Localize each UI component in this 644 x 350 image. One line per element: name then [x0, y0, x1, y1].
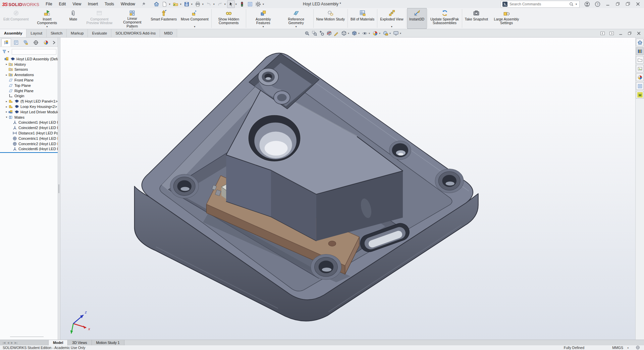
display-style-button[interactable] [351, 30, 358, 37]
tree-scrollbar[interactable] [10, 337, 44, 337]
close-button[interactable] [635, 1, 641, 7]
tree-item[interactable]: ▸History [0, 62, 58, 67]
tree-item[interactable]: Hoyt LED Assembly (Default [0, 56, 58, 62]
custom-properties-button[interactable] [636, 82, 644, 90]
cmd-instant3d[interactable]: Instant3D [407, 8, 427, 29]
appearances-button[interactable] [636, 73, 644, 81]
nav-prev-icon[interactable]: ◀ [7, 341, 9, 344]
units-indicator[interactable]: MMGS [612, 346, 623, 350]
zoom-area-button[interactable] [311, 30, 318, 37]
tree-item[interactable]: Right Plane [0, 88, 58, 94]
menu-insert[interactable]: Insert [85, 1, 101, 7]
cmd-assembly-features[interactable]: Assembly Features▾ [247, 8, 280, 29]
tree-item[interactable]: ▸Loop Key Housing<2> (Defau [0, 104, 58, 109]
tree-item[interactable]: Origin [0, 94, 58, 99]
tab-sketch[interactable]: Sketch [47, 29, 67, 37]
dropdown-caret[interactable]: ▾ [180, 3, 181, 6]
dropdown-caret[interactable]: ▾ [389, 32, 391, 35]
select-cursor-button[interactable] [227, 0, 235, 8]
tree-item[interactable]: ▸(f) Hoyt LED Panel<1> (Defau [0, 99, 58, 104]
restore-button[interactable] [627, 31, 632, 36]
dropdown-caret[interactable]: ▾ [369, 32, 370, 35]
tab-markup[interactable]: Markup [67, 29, 88, 37]
cmd-reference-geometry[interactable]: Reference Geometry▾ [280, 8, 313, 29]
zoom-fit-button[interactable] [304, 30, 311, 37]
menu-edit[interactable]: Edit [56, 1, 69, 7]
open-document-button[interactable] [172, 0, 179, 8]
section-view-button[interactable] [326, 30, 333, 37]
filter-input[interactable] [12, 49, 56, 55]
dropdown-caret[interactable]: ▾ [235, 3, 237, 6]
cmd-smart-fasteners[interactable]: Smart Fasteners [149, 8, 179, 29]
search-icon[interactable] [569, 2, 574, 7]
tree-item[interactable]: Concentric2 (Hoyt LED Panel [0, 141, 58, 147]
dropdown-caret[interactable]: ▾ [202, 3, 204, 6]
tree-item[interactable]: Concentric1 (Hoyt LED Panel [0, 136, 58, 141]
cmd-take-snapshot[interactable]: Take Snapshot [463, 8, 490, 29]
dropdown-caret[interactable]: ▾ [296, 25, 297, 28]
dropdown-caret[interactable]: ▾ [224, 3, 226, 6]
tab-layout[interactable]: Layout [26, 29, 47, 37]
cmd-move-component[interactable]: Move Component▾ [179, 8, 211, 29]
design-library-button[interactable] [636, 47, 644, 55]
filter-caret[interactable]: ▾ [8, 50, 9, 53]
tree-item[interactable]: ▾Mates [0, 115, 58, 120]
mcmaster-button[interactable]: M [636, 91, 644, 99]
view-orientation-button[interactable] [340, 30, 347, 37]
nav-next-icon[interactable]: ▶ [11, 341, 13, 344]
undo-button[interactable] [205, 0, 213, 8]
dropdown-caret[interactable]: ▾ [348, 32, 349, 35]
expand-arrow-icon[interactable]: ▸ [5, 100, 8, 103]
search-commands-box[interactable]: ▾ [501, 1, 580, 8]
cmd-component-preview-window[interactable]: Component Preview Window [83, 8, 116, 29]
tab-solidworks-add-ins[interactable]: SOLIDWORKS Add-Ins [111, 29, 160, 37]
cmd-bill-of-materials[interactable]: Bill of Materials [348, 8, 376, 29]
cascade-button[interactable] [625, 1, 631, 7]
displaymanager-tab[interactable] [41, 39, 51, 47]
options-list-button[interactable] [246, 0, 254, 8]
dropdown-caret[interactable]: ▾ [213, 3, 215, 6]
search-dropdown-caret[interactable]: ▾ [576, 3, 577, 6]
new-document-button[interactable] [161, 0, 168, 8]
panel-splitter[interactable] [58, 38, 60, 340]
menu-view[interactable]: View [69, 1, 84, 7]
pane-right-button[interactable] [609, 31, 614, 36]
expand-arrow-icon[interactable]: ▸ [5, 105, 8, 108]
propertymanager-tab[interactable] [11, 39, 21, 47]
file-explorer-button[interactable] [636, 56, 644, 64]
tab-navigation-buttons[interactable]: |◀ ◀ ▶ ▶| [0, 340, 49, 345]
nav-last-icon[interactable]: ▶| [15, 341, 17, 344]
cmd-exploded-view[interactable]: Exploded View▾ [378, 8, 405, 29]
cmd-insert-components[interactable]: Insert Components▾ [31, 8, 63, 29]
filter-funnel-icon[interactable] [2, 49, 7, 54]
configurationmanager-tab[interactable] [21, 39, 31, 47]
tree-item[interactable]: Coincident2 (Hoyt LED Panel [0, 125, 58, 130]
help-icon[interactable]: ? [595, 1, 600, 7]
cmd-update-speedpak-subassemblies[interactable]: Update SpeedPak Subassemblies [428, 8, 461, 29]
tree-item[interactable]: Coincident6 (Hoyt LED Panel [0, 147, 58, 152]
dropdown-caret[interactable]: ▾ [194, 25, 195, 28]
dropdown-caret[interactable]: ▾ [191, 3, 193, 6]
tab-evaluate[interactable]: Evaluate [88, 29, 111, 37]
pane-left-button[interactable] [600, 31, 605, 36]
resources-home-button[interactable] [636, 39, 644, 46]
rollback-bar[interactable] [0, 152, 58, 153]
tree-item[interactable]: Top Plane [0, 83, 58, 88]
dropdown-caret[interactable]: ▾ [263, 25, 264, 28]
previous-view-button[interactable] [318, 30, 325, 37]
save-button[interactable] [183, 0, 191, 8]
cmd-new-motion-study[interactable]: New Motion Study [314, 8, 347, 29]
doc-tab-motion-study-1[interactable]: Motion Study 1 [92, 340, 124, 345]
minimize-button[interactable] [618, 31, 623, 36]
3d-model[interactable]: x z [60, 38, 644, 340]
view-palette-button[interactable] [636, 65, 644, 72]
search-input[interactable] [509, 2, 568, 6]
print-button[interactable] [194, 0, 202, 8]
tag-icon[interactable] [636, 345, 640, 350]
pin-icon[interactable] [141, 2, 146, 7]
dropdown-caret[interactable]: ▾ [46, 25, 48, 28]
cmd-edit-component[interactable]: Edit Component [1, 8, 31, 29]
apply-scene-button[interactable] [382, 30, 389, 37]
tree-item[interactable]: Front Plane [0, 77, 58, 83]
rebuild-button[interactable] [238, 0, 246, 8]
